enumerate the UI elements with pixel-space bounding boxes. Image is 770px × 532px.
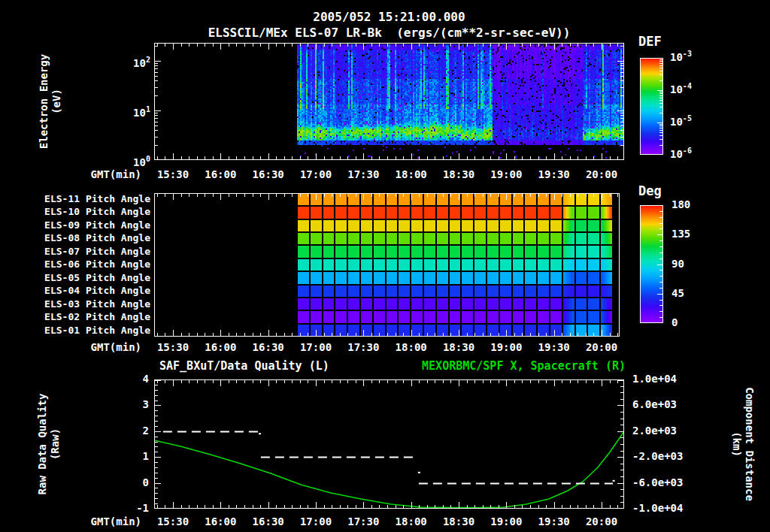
gmt-axis-label-middle: GMT(min) — [66, 341, 141, 353]
quality-y-tick-label: 2 — [111, 425, 149, 437]
x-tick-label-panel1: 18:30 — [436, 168, 481, 180]
quality-y-axis-title: Raw Data Quality (Raw) — [21, 379, 77, 509]
x-tick-label-panel1: 16:00 — [198, 168, 243, 180]
x-tick-label-panel1: 18:00 — [389, 168, 434, 180]
def-colorbar-tick-label: 10-3 — [670, 50, 723, 63]
distance-y-tick-label: 2.0e+03 — [632, 425, 693, 437]
main-title: 2005/052 15:21:00.000 — [154, 10, 624, 24]
deg-colorbar-tick-label: 180 — [671, 198, 717, 210]
distance-series-title: MEXORBMC/SPF X, Spacecraft (R) — [376, 359, 626, 373]
electron-energy-label-line1: Electron Energy — [38, 54, 51, 149]
pitch-row-label: ELS-02 Pitch Angle — [30, 311, 150, 322]
x-tick-label-panel2: 17:00 — [293, 341, 338, 353]
gmt-axis-label-bottom: GMT(min) — [66, 515, 141, 527]
x-tick-label-panel2: 18:30 — [436, 341, 481, 353]
quality-y-tick-label: 4 — [111, 373, 149, 385]
pitch-row-label: ELS-03 Pitch Angle — [30, 298, 150, 310]
energy-y-tick-label: 101 — [105, 105, 150, 119]
distance-y-axis-title: Component Distance (km) — [714, 376, 770, 512]
x-tick-label-panel2: 20:00 — [579, 341, 624, 353]
x-tick-label-panel3: 15:30 — [150, 515, 196, 527]
x-tick-label-panel2: 18:00 — [389, 341, 434, 353]
def-colorbar-title: DEF — [638, 34, 662, 49]
def-colorbar-tick-label: 10-4 — [670, 82, 723, 95]
x-tick-label-panel3: 17:00 — [293, 515, 338, 527]
x-tick-label-panel3: 18:00 — [389, 515, 434, 527]
distance-y-tick-label: 6.0e+03 — [632, 398, 693, 410]
pitch-row-label: ELS-01 Pitch Angle — [30, 325, 150, 336]
def-colorbar-tick-label: 10-5 — [670, 114, 723, 128]
x-tick-label-panel2: 17:30 — [341, 341, 386, 353]
pitch-row-label: ELS-10 Pitch Angle — [30, 206, 150, 217]
deg-colorbar-tick-label: 0 — [671, 316, 717, 328]
pitch-row-label: ELS-06 Pitch Angle — [30, 258, 150, 270]
component-distance-label-line2: (km) — [730, 387, 743, 501]
x-tick-label-panel2: 19:30 — [532, 341, 577, 353]
electron-energy-label-line2: (eV) — [51, 54, 64, 149]
x-tick-label-panel1: 19:00 — [484, 168, 529, 180]
deg-colorbar-tick-label: 90 — [671, 258, 717, 270]
quality-y-tick-label: 1 — [111, 450, 149, 462]
x-tick-label-panel2: 16:30 — [246, 341, 291, 353]
pitch-row-label: ELS-08 Pitch Angle — [30, 232, 150, 243]
deg-colorbar-title: Deg — [638, 183, 662, 198]
distance-y-tick-label: -2.0e+03 — [632, 450, 693, 462]
pitch-angle-canvas — [154, 193, 620, 337]
x-tick-label-panel1: 20:00 — [579, 168, 624, 180]
distance-y-tick-label: -6.0e+03 — [632, 476, 693, 488]
x-tick-label-panel3: 16:30 — [246, 515, 291, 527]
spectrogram-canvas — [154, 43, 624, 160]
energy-y-tick-label: 100 — [105, 155, 150, 168]
x-tick-label-panel1: 16:30 — [246, 168, 291, 180]
pitch-row-label: ELS-09 Pitch Angle — [30, 219, 150, 231]
quality-y-tick-label: 0 — [111, 476, 149, 488]
quality-y-tick-label: 3 — [111, 398, 149, 410]
pitch-row-label: ELS-05 Pitch Angle — [30, 272, 150, 283]
def-colorbar — [640, 58, 663, 155]
distance-y-tick-label: -1.0e+04 — [632, 502, 693, 514]
pitch-row-label: ELS-11 Pitch Angle — [30, 193, 150, 204]
x-tick-label-panel1: 17:30 — [341, 168, 386, 180]
x-tick-label-panel1: 19:30 — [532, 168, 577, 180]
component-distance-label-line1: Component Distance — [743, 387, 756, 501]
x-tick-label-panel3: 19:30 — [532, 515, 577, 527]
def-colorbar-tick-label: 10-6 — [670, 147, 723, 160]
deg-colorbar-tick-label: 45 — [671, 287, 717, 299]
x-tick-label-panel2: 16:00 — [198, 341, 243, 353]
pitch-row-label: ELS-04 Pitch Angle — [30, 285, 150, 296]
quality-series-title: SAF_BXuT/Data Quality (L) — [159, 359, 329, 373]
x-tick-label-panel1: 17:00 — [293, 168, 338, 180]
quality-y-tick-label: -1 — [111, 502, 149, 514]
x-tick-label-panel3: 19:00 — [484, 515, 529, 527]
science-plot-page: 2005/052 15:21:00.000 ELSSCIL/MEx ELS-07… — [0, 0, 770, 532]
energy-y-tick-label: 102 — [105, 56, 150, 69]
distance-y-tick-label: 1.0e+04 — [632, 373, 693, 385]
gmt-axis-label-top: GMT(min) — [66, 168, 141, 180]
raw-quality-label-line2: (Raw) — [50, 394, 62, 495]
spectrogram-y-axis-title: Electron Energy (eV) — [23, 43, 79, 160]
x-tick-label-panel3: 20:00 — [579, 515, 624, 527]
pitch-row-label: ELS-07 Pitch Angle — [30, 246, 150, 257]
quality-distance-canvas — [154, 379, 624, 509]
x-tick-label-panel2: 15:30 — [150, 341, 196, 353]
raw-quality-label-line1: Raw Data Quality — [37, 394, 50, 495]
x-tick-label-panel2: 19:00 — [484, 341, 529, 353]
x-tick-label-panel3: 17:30 — [341, 515, 386, 527]
sub-title: ELSSCIL/MEx ELS-07 LR-Bk (ergs/(cm**2-sr… — [113, 26, 665, 40]
x-tick-label-panel1: 15:30 — [150, 168, 196, 180]
deg-colorbar-tick-label: 135 — [671, 228, 717, 240]
deg-colorbar — [640, 205, 663, 323]
x-tick-label-panel3: 16:00 — [198, 515, 243, 527]
x-tick-label-panel3: 18:30 — [436, 515, 481, 527]
